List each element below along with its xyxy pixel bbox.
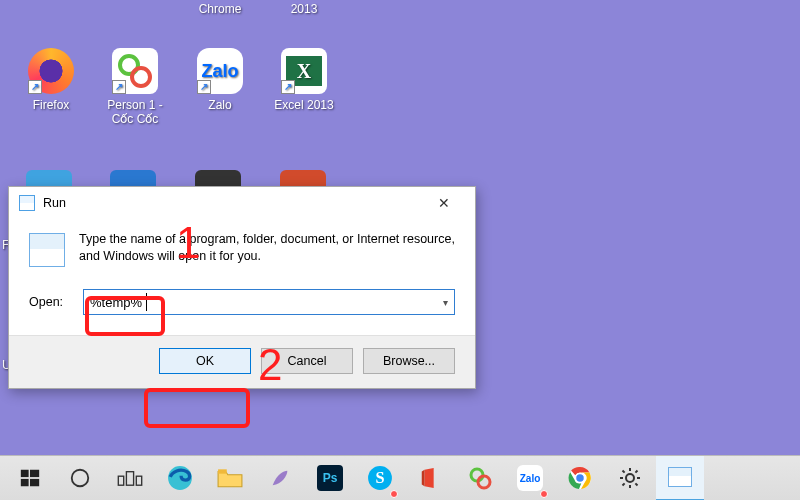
cancel-button[interactable]: Cancel [261, 348, 353, 374]
svg-text:S: S [375, 469, 384, 487]
feather-icon [266, 464, 294, 492]
open-input-value: %temp% [90, 295, 142, 310]
desktop-icon-firefox[interactable]: ↗ Firefox [14, 48, 88, 112]
firefox-icon: ↗ [28, 48, 74, 94]
coccoc-icon [466, 464, 494, 492]
svg-rect-6 [21, 479, 29, 486]
run-description: Type the name of a program, folder, docu… [79, 231, 455, 267]
circle-icon [66, 464, 94, 492]
cortana-button[interactable] [56, 456, 104, 501]
chrome-icon [566, 464, 594, 492]
taskview-icon [116, 464, 144, 492]
office-icon [416, 464, 444, 492]
svg-point-19 [576, 474, 585, 483]
close-button[interactable]: ✕ [423, 191, 465, 215]
taskbar-explorer[interactable] [206, 456, 254, 501]
taskbar-zalo[interactable]: Zalo [506, 456, 554, 501]
notification-badge [540, 490, 548, 498]
shortcut-arrow: ↗ [112, 80, 126, 94]
run-dialog: Run ✕ Type the name of a program, folder… [8, 186, 476, 389]
svg-line-27 [623, 483, 625, 485]
svg-rect-9 [118, 476, 123, 485]
open-combobox[interactable]: %temp% ▾ [83, 289, 455, 315]
taskbar-edge[interactable] [156, 456, 204, 501]
desktop-icon-label: Zalo [183, 98, 257, 112]
taskbar-skype[interactable]: S [356, 456, 404, 501]
svg-text:X: X [297, 60, 312, 82]
shortcut-arrow: ↗ [281, 80, 295, 94]
chevron-down-icon[interactable]: ▾ [443, 297, 448, 308]
desktop-icon-zalo[interactable]: Zalo↗ Zalo [183, 48, 257, 112]
photoshop-icon: Ps [316, 464, 344, 492]
desktop-icon-coccoc[interactable]: ↗ Person 1 - Cốc Cốc [98, 48, 172, 126]
browse-button[interactable]: Browse... [363, 348, 455, 374]
text-caret [146, 293, 147, 311]
svg-point-20 [626, 474, 634, 482]
run-dialog-large-icon [29, 233, 65, 267]
taskbar-coccoc[interactable] [456, 456, 504, 501]
desktop-icon-label: Person 1 - Cốc Cốc [98, 98, 172, 126]
svg-rect-13 [218, 469, 227, 473]
run-button-bar: OK Cancel Browse... [9, 335, 475, 388]
windows-icon [16, 464, 44, 492]
zalo-icon: Zalo↗ [197, 48, 243, 94]
shortcut-arrow: ↗ [28, 80, 42, 94]
skype-icon: S [366, 464, 394, 492]
svg-rect-10 [126, 472, 133, 486]
taskbar-chrome[interactable] [556, 456, 604, 501]
taskbar-app-feather[interactable] [256, 456, 304, 501]
svg-rect-7 [30, 479, 39, 486]
taskbar-office[interactable] [406, 456, 454, 501]
desktop-icon-label: Firefox [14, 98, 88, 112]
gear-icon [616, 464, 644, 492]
svg-point-16 [471, 469, 483, 481]
svg-rect-4 [21, 470, 29, 477]
folder-icon [216, 464, 244, 492]
ok-button[interactable]: OK [159, 348, 251, 374]
run-task-icon [666, 463, 694, 491]
taskbar[interactable]: Ps S Zalo [0, 455, 800, 500]
zalo-icon: Zalo [516, 464, 544, 492]
run-dialog-icon [19, 195, 35, 211]
desktop-icon-label: Excel 2013 [267, 98, 341, 112]
svg-line-26 [635, 483, 637, 485]
taskbar-photoshop[interactable]: Ps [306, 456, 354, 501]
notification-badge [390, 490, 398, 498]
svg-rect-5 [30, 470, 39, 477]
svg-point-1 [132, 68, 150, 86]
edge-icon [166, 464, 194, 492]
excel-icon: X ↗ [281, 48, 327, 94]
taskbar-run-active[interactable] [656, 456, 704, 501]
taskview-button[interactable] [106, 456, 154, 501]
svg-line-25 [623, 471, 625, 473]
taskbar-settings[interactable] [606, 456, 654, 501]
run-title: Run [43, 196, 66, 210]
open-label: Open: [29, 295, 69, 309]
coccoc-icon: ↗ [112, 48, 158, 94]
svg-line-28 [635, 471, 637, 473]
close-icon: ✕ [438, 195, 450, 211]
run-titlebar[interactable]: Run ✕ [9, 187, 475, 217]
desktop-icon-excel[interactable]: X ↗ Excel 2013 [267, 48, 341, 112]
svg-point-17 [478, 476, 490, 488]
shortcut-arrow: ↗ [197, 80, 211, 94]
svg-rect-11 [136, 476, 141, 485]
svg-point-8 [72, 470, 89, 487]
start-button[interactable] [6, 456, 54, 501]
